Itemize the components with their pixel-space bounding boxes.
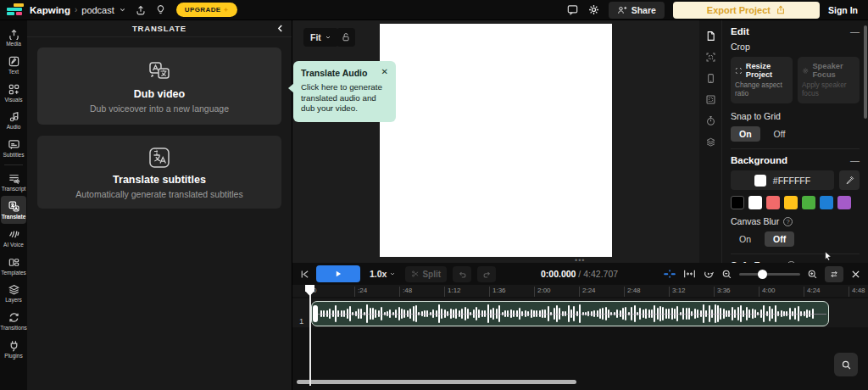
blur-off-button[interactable]: Off: [765, 231, 794, 247]
fit-timeline-icon[interactable]: [683, 269, 696, 279]
timeline-controls: 1.0x Split 0:00.000 / 4:42.707: [292, 263, 868, 285]
topbar: Kapwing › podcast UPGRADE✦ Share Export …: [0, 0, 868, 20]
tab-layers-icon[interactable]: [705, 136, 716, 148]
split-button[interactable]: Split: [405, 266, 447, 282]
close-timeline-icon[interactable]: [850, 269, 861, 280]
translate-subtitles-icon: [147, 145, 172, 170]
timeline-horizontal-scrollbar[interactable]: [297, 380, 576, 384]
share-person-icon: [617, 5, 627, 15]
timeline-ruler[interactable]: 0:24:481:121:362:002:242:483:123:364:004…: [292, 285, 868, 297]
background-color-input[interactable]: #FFFFFF: [731, 170, 834, 190]
dub-video-card[interactable]: Dub video Dub voiceover into a new langu…: [37, 47, 281, 125]
project-name[interactable]: podcast: [81, 5, 114, 15]
sidebar-item-audio[interactable]: Audio: [0, 106, 27, 134]
sidebar-item-transitions[interactable]: Transitions: [0, 307, 27, 335]
upgrade-button[interactable]: UPGRADE✦: [176, 3, 237, 17]
sidebar-item-label: Translate: [2, 214, 26, 220]
ruler-tick: 2:48: [624, 287, 641, 297]
zoom-slider-thumb[interactable]: [758, 270, 767, 279]
collapse-background-icon[interactable]: —: [850, 155, 860, 165]
color-swatch[interactable]: [837, 196, 851, 209]
breadcrumb-separator: ›: [75, 5, 77, 14]
upload-project-icon[interactable]: [135, 4, 147, 16]
skip-to-start-icon[interactable]: [299, 269, 310, 280]
play-button[interactable]: [316, 265, 360, 282]
speaker-focus-button[interactable]: Speaker Focus Apply speaker focus: [798, 57, 860, 103]
undo-button[interactable]: [453, 266, 471, 282]
canvas-blur-help-icon[interactable]: ?: [783, 217, 793, 226]
kapwing-logo-icon[interactable]: [7, 3, 24, 16]
left-sidebar: Media Text Visuals Audio Subtitles Trans…: [0, 20, 27, 390]
time-display: 0:00.000 / 4:42.707: [541, 269, 618, 279]
collapse-edit-icon[interactable]: —: [850, 26, 860, 36]
tab-device-icon[interactable]: [705, 73, 716, 84]
zoom-out-icon[interactable]: [721, 269, 732, 280]
color-swatch[interactable]: [820, 196, 833, 209]
sign-in-link[interactable]: Sign In: [828, 5, 858, 15]
playhead-line[interactable]: [309, 285, 311, 386]
cursor-pointer: [824, 251, 832, 261]
clip-trim-handle[interactable]: [313, 305, 318, 322]
sidebar-item-templates[interactable]: Templates: [0, 252, 27, 280]
tooltip-close-icon[interactable]: ✕: [381, 68, 388, 76]
tab-border-icon[interactable]: [705, 94, 716, 105]
sidebar-item-visuals[interactable]: Visuals: [0, 79, 27, 107]
total-time: 4:42.707: [583, 269, 618, 279]
translate-panel: TRANSLATE Dub video Dub voiceover into a…: [27, 20, 292, 390]
color-swatch[interactable]: [766, 196, 780, 209]
color-swatch[interactable]: [748, 196, 762, 209]
ideas-lightbulb-icon[interactable]: [155, 4, 166, 15]
sidebar-item-translate[interactable]: Translate: [1, 196, 26, 224]
tab-timer-icon[interactable]: [705, 115, 716, 126]
color-swatch[interactable]: [731, 196, 744, 209]
translate-subtitles-card[interactable]: Translate subtitles Automatically genera…: [37, 136, 281, 209]
playback-speed-dropdown[interactable]: 1.0x: [366, 269, 399, 279]
zoom-fit-dropdown[interactable]: Fit: [303, 28, 338, 47]
loop-playback-icon[interactable]: [703, 268, 715, 280]
sidebar-item-subtitles[interactable]: Subtitles: [0, 134, 27, 162]
comments-icon[interactable]: [566, 3, 579, 16]
ruler-tick: :24: [354, 287, 367, 297]
blur-on-button[interactable]: On: [731, 231, 760, 247]
ai-voice-icon: [8, 228, 20, 241]
sidebar-item-ai-voice[interactable]: AI Voice: [0, 224, 27, 252]
sidebar-item-transcript[interactable]: Transcript: [0, 168, 27, 196]
clip-volume-line[interactable]: [314, 314, 826, 315]
lock-canvas-button[interactable]: [337, 28, 355, 47]
sidebar-item-label: Transcript: [2, 187, 26, 192]
track-area: 1: [292, 297, 868, 385]
eyedropper-button[interactable]: [839, 170, 860, 190]
tab-crop-icon[interactable]: [705, 52, 716, 63]
redo-button[interactable]: [477, 266, 496, 282]
edit-panel-scrollbar[interactable]: [864, 25, 867, 119]
share-button[interactable]: Share: [609, 2, 665, 19]
collapse-panel-icon[interactable]: [275, 23, 285, 34]
timeline-zoom-slider[interactable]: [739, 273, 800, 276]
brand-name[interactable]: Kapwing: [30, 5, 70, 15]
translate-audio-tooltip: Translate Audio ✕ Click here to generate…: [293, 61, 396, 122]
audio-clip[interactable]: [311, 301, 829, 326]
zoom-in-icon[interactable]: [807, 269, 818, 280]
sidebar-item-layers[interactable]: Layers: [0, 279, 27, 307]
sidebar-item-plugins[interactable]: Plugins: [0, 335, 27, 363]
sidebar-item-media[interactable]: Media: [0, 23, 27, 51]
snap-on-button[interactable]: On: [731, 126, 760, 142]
ruler-tick: 4:24: [804, 287, 821, 297]
color-swatch[interactable]: [784, 196, 798, 209]
sidebar-item-text[interactable]: Text: [0, 51, 27, 79]
expand-timeline-button[interactable]: [825, 266, 843, 282]
resize-project-button[interactable]: Resize Project Change aspect ratio: [731, 57, 793, 103]
translate-icon: [8, 200, 20, 213]
color-swatch[interactable]: [802, 196, 815, 209]
snap-off-button[interactable]: Off: [765, 126, 794, 142]
edit-section-title: Edit: [731, 26, 749, 36]
video-canvas[interactable]: [380, 24, 612, 257]
tab-document-icon[interactable]: [705, 31, 716, 42]
timeline-search-button[interactable]: [834, 353, 858, 376]
settings-gear-icon[interactable]: [587, 3, 600, 16]
sidebar-item-label: Text: [8, 70, 19, 75]
smart-tools-icon[interactable]: [663, 269, 676, 279]
layers-icon: [8, 283, 20, 296]
export-project-button[interactable]: Export Project: [673, 2, 820, 19]
project-menu-chevron-icon[interactable]: [119, 6, 126, 14]
